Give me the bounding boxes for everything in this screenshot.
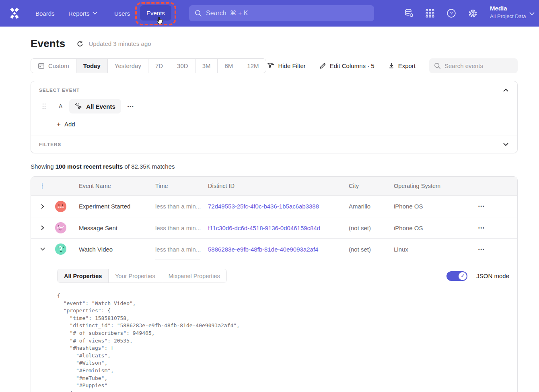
divider (155, 260, 200, 260)
city-cell: (not set) (349, 225, 394, 231)
os-cell: iPhone OS (394, 225, 478, 231)
data-management-button[interactable] (403, 8, 415, 19)
filters-section[interactable]: FILTERS (31, 136, 517, 153)
plus-icon: + (57, 121, 61, 128)
row-more-button[interactable]: ••• (478, 226, 485, 230)
chevron-down-icon (529, 12, 535, 16)
expand-row-button[interactable] (37, 223, 48, 233)
search-icon (434, 62, 441, 69)
export-button[interactable]: Export (388, 62, 416, 69)
results-prefix: Showing (31, 163, 56, 170)
drag-handle-icon[interactable] (42, 103, 46, 109)
date-range-30d[interactable]: 30D (170, 59, 195, 73)
page-title: Events (31, 37, 65, 50)
row-more-button[interactable]: ••• (478, 247, 485, 252)
chevron-down-icon (40, 248, 45, 251)
os-cell: iPhone OS (394, 203, 478, 210)
main-content: Events Updated 3 minutes ago Custom Toda… (31, 37, 518, 392)
distinct-id-link[interactable]: 5886283e-e9fb-48fb-81de-40e9093a2af4 (208, 246, 349, 253)
nav-item-boards[interactable]: Boards (35, 0, 55, 27)
add-event-button[interactable]: + Add (57, 121, 75, 128)
date-range-12m[interactable]: 12M (240, 59, 265, 73)
event-avatar-icon (55, 243, 66, 255)
tab-all-properties[interactable]: All Properties (58, 269, 108, 283)
project-switcher[interactable]: Media All Project Data (490, 4, 526, 21)
results-count: 100 most recent results (56, 163, 123, 170)
column-time: Time (155, 183, 208, 189)
time-cell: less than a min... (155, 225, 208, 231)
mixpanel-logo-icon[interactable] (7, 6, 22, 21)
date-range-6m[interactable]: 6M (217, 59, 240, 73)
collapse-row-button[interactable] (37, 244, 48, 254)
expand-row-button[interactable] (37, 201, 48, 212)
column-event-name: Event Name (79, 183, 155, 189)
table-row-expanded[interactable]: Watch Video less than a min... 5886283e-… (31, 238, 517, 260)
all-events-chip-label: All Events (86, 103, 115, 110)
edit-columns-label: Edit Columns · 5 (330, 62, 374, 69)
date-range-selector: Custom Today Yesterday 7D 30D 3M 6M 12M (31, 58, 266, 73)
date-range-3m[interactable]: 3M (195, 59, 218, 73)
events-table: ↓↑ Event Name Time Distinct ID City Oper… (31, 176, 518, 392)
distinct-id-link[interactable]: 72d49553-25fc-4f0c-b436-1b5ac6ab3388 (208, 203, 349, 210)
global-search[interactable] (189, 5, 374, 21)
json-mode-label: JSON mode (476, 272, 509, 279)
filters-label: FILTERS (39, 142, 61, 147)
table-header-row: ↓↑ Event Name Time Distinct ID City Oper… (31, 177, 517, 196)
event-avatar-icon (55, 201, 66, 212)
export-label: Export (398, 62, 416, 69)
date-range-custom[interactable]: Custom (31, 59, 76, 73)
date-range-today[interactable]: Today (76, 59, 107, 73)
tab-mixpanel-properties[interactable]: Mixpanel Properties (162, 269, 226, 283)
nav-item-users[interactable]: Users (114, 0, 130, 27)
gear-icon (468, 8, 478, 19)
results-summary: Showing 100 most recent results of 82.35… (31, 163, 518, 170)
svg-text:?: ? (450, 10, 453, 17)
chevron-right-icon (41, 204, 44, 209)
date-range-yesterday[interactable]: Yesterday (107, 59, 148, 73)
date-range-7d[interactable]: 7D (148, 59, 170, 73)
apps-grid-button[interactable] (424, 8, 436, 19)
sort-order-icon[interactable]: ↓↑ (37, 183, 47, 189)
event-row-more-button[interactable]: ••• (128, 104, 134, 109)
hide-filter-button[interactable]: Hide Filter (267, 62, 305, 69)
all-events-chip[interactable]: All Events (69, 99, 121, 113)
column-os: Operating System (394, 183, 478, 189)
edit-columns-button[interactable]: Edit Columns · 5 (319, 62, 374, 69)
refresh-button[interactable] (76, 40, 84, 47)
results-suffix: of 82.35K matches (123, 163, 175, 170)
grid-dots-icon (425, 8, 435, 18)
nav-item-events[interactable]: Events (140, 5, 171, 21)
events-search-input[interactable] (444, 62, 513, 69)
chevron-right-icon (41, 225, 44, 230)
add-event-label: Add (64, 121, 75, 128)
event-avatar-icon (55, 222, 66, 233)
row-more-button[interactable]: ••• (478, 204, 485, 208)
project-name: Media (490, 4, 526, 12)
nav-item-reports-label: Reports (68, 10, 90, 17)
table-row[interactable]: Experiment Started less than a min... 72… (31, 196, 517, 217)
global-search-input[interactable] (206, 10, 368, 17)
top-navigation: Boards Reports Users Events (0, 0, 539, 27)
json-mode-toggle[interactable]: ✓ (446, 271, 467, 281)
table-row[interactable]: Message Sent less than a min... f11c30d6… (31, 217, 517, 238)
chevron-up-icon (503, 89, 508, 92)
collapse-select-event-button[interactable] (502, 88, 509, 93)
column-city: City (349, 183, 394, 189)
nav-item-reports[interactable]: Reports (68, 0, 97, 27)
expand-filters-button[interactable] (502, 142, 509, 147)
help-button[interactable]: ? (446, 8, 457, 19)
chevron-down-icon (93, 12, 97, 15)
settings-button[interactable] (467, 8, 478, 19)
properties-tabs: All Properties Your Properties Mixpanel … (57, 269, 227, 283)
time-cell: less than a min... (155, 246, 208, 253)
event-row-label: A (59, 103, 62, 109)
tab-your-properties[interactable]: Your Properties (108, 269, 161, 283)
distinct-id-link[interactable]: f11c30d6-dc6d-4518-9136-0d046159c84d (208, 225, 349, 231)
project-scope: All Project Data (490, 12, 526, 21)
search-icon (195, 10, 202, 17)
events-search[interactable] (429, 58, 518, 73)
hide-filter-label: Hide Filter (278, 62, 305, 69)
pencil-icon (319, 62, 326, 69)
event-name-cell: Experiment Started (79, 203, 155, 210)
time-cell: less than a min... (155, 203, 208, 210)
